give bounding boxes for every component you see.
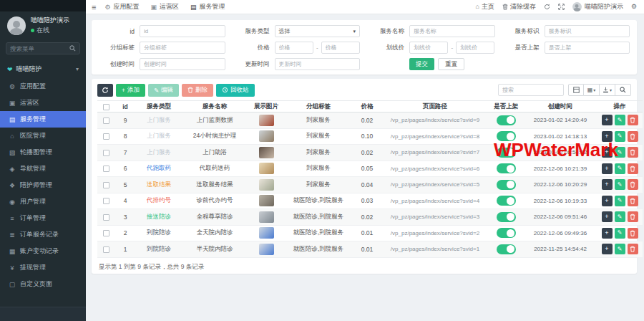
service-thumbnail[interactable] xyxy=(259,115,274,126)
edit-row-button[interactable]: ✎ xyxy=(615,179,625,190)
move-row-button[interactable]: + xyxy=(602,196,613,206)
edit-row-button[interactable]: ✎ xyxy=(615,228,625,239)
filter-input[interactable] xyxy=(275,58,361,70)
hamburger-menu-icon[interactable]: ≡ xyxy=(86,3,102,11)
delete-row-button[interactable] xyxy=(628,179,638,190)
row-checkbox[interactable] xyxy=(103,182,109,188)
fullscreen-icon[interactable] xyxy=(558,4,565,10)
sidebar-item-region[interactable]: ▣运营区 xyxy=(0,95,86,111)
move-row-button[interactable]: + xyxy=(602,179,613,190)
edit-row-button[interactable]: ✎ xyxy=(615,147,625,158)
service-thumbnail[interactable] xyxy=(259,195,274,206)
reset-button[interactable]: 重置 xyxy=(438,58,464,70)
row-checkbox[interactable] xyxy=(103,230,109,236)
move-row-button[interactable]: + xyxy=(602,163,613,174)
row-checkbox[interactable] xyxy=(103,150,109,156)
edit-button[interactable]: ✎ 编辑 xyxy=(148,84,179,97)
service-thumbnail[interactable] xyxy=(259,179,274,191)
publish-toggle[interactable] xyxy=(497,131,516,141)
recycle-bin-button[interactable]: 回收站 xyxy=(216,84,255,97)
topbar-tab-3[interactable]: ▤服务管理 xyxy=(190,2,225,11)
delete-row-button[interactable] xyxy=(628,228,638,239)
filter-input[interactable] xyxy=(409,25,495,37)
service-type-link[interactable]: 代跑取药 xyxy=(147,164,171,171)
add-button[interactable]: + 添加 xyxy=(116,84,145,97)
delete-row-button[interactable] xyxy=(628,147,638,158)
edit-row-button[interactable]: ✎ xyxy=(615,244,625,254)
filter-input[interactable] xyxy=(140,58,225,70)
sidebar-item-hospital[interactable]: ⌂医院管理 xyxy=(0,128,86,144)
service-type-link[interactable]: 上门服务 xyxy=(147,132,171,139)
service-thumbnail[interactable] xyxy=(259,147,274,158)
row-checkbox[interactable] xyxy=(103,133,109,140)
refresh-button[interactable] xyxy=(97,84,113,97)
delete-row-button[interactable] xyxy=(628,244,638,254)
service-type-link[interactable]: 上门服务 xyxy=(147,148,171,155)
sidebar-item-withdraw[interactable]: ¥提现管理 xyxy=(0,259,86,276)
service-type-link[interactable]: 代排约号 xyxy=(147,196,171,203)
delete-row-button[interactable] xyxy=(628,196,638,206)
submit-button[interactable]: 提交 xyxy=(409,58,434,70)
export-button[interactable]: ▾ xyxy=(600,84,615,96)
edit-row-button[interactable]: ✎ xyxy=(615,196,625,206)
service-type-link[interactable]: 到院陪诊 xyxy=(147,245,171,252)
sidebar-item-carousel[interactable]: ▧轮播图管理 xyxy=(0,144,86,160)
move-row-button[interactable]: + xyxy=(602,228,613,239)
delete-row-button[interactable] xyxy=(628,131,638,142)
settings-gear-icon[interactable]: ⚙ xyxy=(631,4,637,10)
refresh-icon[interactable] xyxy=(544,4,550,10)
row-checkbox[interactable] xyxy=(103,246,109,253)
table-search-input[interactable] xyxy=(498,84,564,96)
edit-row-button[interactable]: ✎ xyxy=(615,131,625,142)
move-row-button[interactable]: + xyxy=(602,131,613,142)
delete-row-button[interactable] xyxy=(628,163,638,174)
sidebar-item-gear[interactable]: ⚙应用配置 xyxy=(0,78,86,95)
publish-toggle[interactable] xyxy=(497,180,516,190)
service-type-link[interactable]: 上门服务 xyxy=(147,116,171,123)
filter-input[interactable] xyxy=(545,25,630,37)
publish-toggle[interactable] xyxy=(497,212,516,222)
topbar-tab-2[interactable]: ▣运营区 xyxy=(151,2,180,11)
sidebar-item-services[interactable]: ▤服务管理 xyxy=(0,111,86,128)
service-type-link[interactable]: 送取结果 xyxy=(147,181,171,188)
filter-input-max[interactable] xyxy=(321,42,360,54)
edit-row-button[interactable]: ✎ xyxy=(615,115,625,125)
filter-input[interactable] xyxy=(140,25,225,37)
columns-button[interactable]: ▦ ▾ xyxy=(584,84,600,96)
move-row-button[interactable]: + xyxy=(602,244,613,254)
sidebar-item-account-record[interactable]: ▦账户变动记录 xyxy=(0,243,86,259)
topbar-tab-1[interactable]: ⚙应用配置 xyxy=(104,2,139,11)
service-thumbnail[interactable] xyxy=(259,227,274,239)
move-row-button[interactable]: + xyxy=(602,147,613,158)
sidebar-group-header[interactable]: ❤ 喵喵陪护 ▾ xyxy=(0,60,86,78)
search-icon[interactable] xyxy=(69,45,76,52)
row-checkbox[interactable] xyxy=(103,198,109,204)
service-thumbnail[interactable] xyxy=(259,130,274,142)
sidebar-item-user[interactable]: ◉用户管理 xyxy=(0,193,86,210)
delete-button[interactable]: 删除 xyxy=(182,84,213,97)
service-type-select[interactable]: 选择▾ xyxy=(275,25,361,37)
home-link[interactable]: ⌂ 主页 xyxy=(475,2,494,11)
filter-input-min[interactable] xyxy=(409,42,448,54)
sidebar-item-order[interactable]: ≡订单管理 xyxy=(0,210,86,226)
clear-cache-button[interactable]: 清除缓存 xyxy=(502,2,536,11)
filter-input[interactable] xyxy=(140,42,225,54)
sidebar-item-caregiver[interactable]: ❖陪护师管理 xyxy=(0,177,86,193)
delete-row-button[interactable] xyxy=(628,211,638,222)
publish-toggle[interactable] xyxy=(497,244,516,254)
publish-toggle[interactable] xyxy=(497,148,516,158)
row-checkbox[interactable] xyxy=(103,118,109,124)
publish-toggle[interactable] xyxy=(497,228,516,238)
service-type-link[interactable]: 到院陪诊 xyxy=(147,229,171,236)
row-checkbox[interactable] xyxy=(103,166,109,172)
edit-row-button[interactable]: ✎ xyxy=(615,163,625,174)
sidebar-search-input[interactable] xyxy=(10,45,69,52)
service-thumbnail[interactable] xyxy=(259,211,274,223)
edit-row-button[interactable]: ✎ xyxy=(615,211,625,222)
sidebar-item-custom-page[interactable]: ▢自定义页面 xyxy=(0,276,86,292)
publish-toggle[interactable] xyxy=(497,115,516,125)
topbar-user-menu[interactable]: 喵喵陪护演示 xyxy=(572,2,623,11)
sidebar-item-order-record[interactable]: ≣订单服务记录 xyxy=(0,226,86,243)
filter-input[interactable] xyxy=(545,42,630,54)
filter-input-max[interactable] xyxy=(456,42,494,54)
